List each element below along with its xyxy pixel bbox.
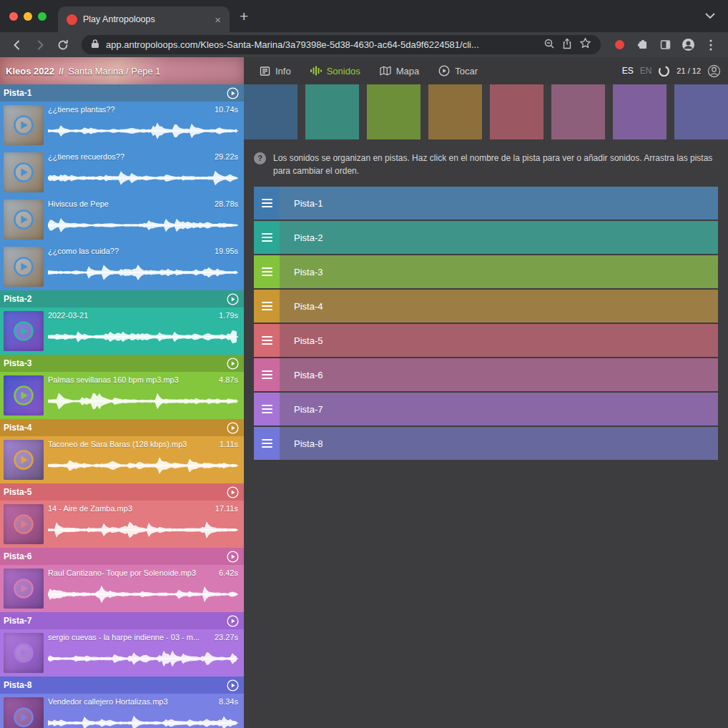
track-bar[interactable]: Pista-2	[254, 221, 718, 254]
lang-en-button[interactable]: EN	[640, 66, 652, 76]
track-color-swatch[interactable]	[613, 84, 666, 139]
share-icon[interactable]	[561, 38, 573, 52]
sound-play-icon[interactable]	[12, 706, 35, 728]
sound-play-icon[interactable]	[12, 577, 35, 600]
browser-menu-icon[interactable]	[701, 35, 721, 55]
track-play-icon[interactable]	[227, 486, 239, 498]
drag-handle-icon[interactable]	[254, 255, 280, 288]
close-window-button[interactable]	[9, 12, 18, 21]
track-color-swatch[interactable]	[428, 84, 482, 139]
sound-item[interactable]: sergio cuevas - la harpe indienne - 03 -…	[0, 629, 244, 677]
waveform[interactable]	[48, 258, 238, 287]
track-play-icon[interactable]	[227, 358, 239, 370]
waveform[interactable]	[48, 387, 238, 415]
track-color-swatch[interactable]	[674, 84, 728, 139]
track-color-swatch[interactable]	[490, 84, 543, 139]
track-play-icon[interactable]	[227, 87, 239, 99]
sound-play-icon[interactable]	[12, 114, 35, 137]
drag-handle-icon[interactable]	[254, 187, 280, 220]
waveform[interactable]	[48, 164, 238, 192]
track-bar[interactable]: Pista-3	[254, 255, 718, 288]
tab-mapa[interactable]: Mapa	[380, 66, 420, 77]
waveform[interactable]	[48, 516, 238, 544]
sound-play-icon[interactable]	[12, 513, 35, 536]
sound-item[interactable]: ¿¿tienes recuerdos??29.22s	[0, 149, 244, 196]
track-header[interactable]: Pista-8	[0, 677, 244, 694]
track-bar[interactable]: Pista-8	[254, 427, 718, 460]
sound-item[interactable]: Raul Cantizano- Toque por Solenoide.mp36…	[0, 565, 244, 612]
breadcrumb[interactable]: Kleos 2022 // Santa Marina / Pepe 1	[0, 57, 244, 84]
tab-info[interactable]: Info	[260, 66, 291, 77]
drag-handle-icon[interactable]	[254, 324, 280, 357]
back-button[interactable]	[7, 35, 27, 55]
track-bar[interactable]: Pista-1	[254, 187, 718, 220]
track-play-icon[interactable]	[227, 679, 239, 692]
sound-play-icon[interactable]	[12, 255, 35, 278]
track-color-swatch[interactable]	[367, 84, 420, 139]
sound-play-icon[interactable]	[12, 161, 35, 184]
sound-item[interactable]: ¿¿tienes plantas??10.74s	[0, 102, 244, 149]
waveform[interactable]	[48, 211, 238, 240]
browser-tab[interactable]: Play Antropoloops ×	[58, 6, 230, 32]
track-play-icon[interactable]	[227, 293, 239, 305]
track-header[interactable]: Pista-3	[0, 355, 244, 372]
sound-item[interactable]: Hiviscus de Pepe28.78s	[0, 196, 244, 243]
tab-search-chevron-icon[interactable]	[692, 0, 728, 32]
waveform[interactable]	[48, 451, 238, 480]
sound-play-icon[interactable]	[12, 320, 35, 343]
track-header[interactable]: Pista-4	[0, 419, 244, 436]
track-play-icon[interactable]	[227, 422, 239, 434]
extensions-puzzle-icon[interactable]	[632, 35, 652, 55]
new-tab-button[interactable]: +	[230, 0, 258, 32]
zoom-icon[interactable]	[543, 38, 555, 52]
bookmark-star-icon[interactable]	[579, 37, 591, 52]
breadcrumb-project[interactable]: Kleos 2022	[6, 66, 54, 77]
track-bar[interactable]: Pista-4	[254, 290, 718, 323]
track-header[interactable]: Pista-1	[0, 84, 244, 102]
sound-item[interactable]: Taconeo de Sara Baras (128 kbps).mp31.11…	[0, 436, 244, 483]
profile-avatar[interactable]	[678, 35, 698, 55]
tab-tocar[interactable]: Tocar	[438, 65, 478, 77]
sound-play-icon[interactable]	[12, 448, 35, 471]
track-color-swatch[interactable]	[244, 84, 297, 139]
waveform[interactable]	[48, 580, 238, 609]
sound-item[interactable]: Palmas sevillanas 160 bpm mp3.mp34.87s	[0, 372, 244, 419]
track-header[interactable]: Pista-6	[0, 548, 244, 565]
account-icon[interactable]	[707, 64, 721, 78]
track-header[interactable]: Pista-5	[0, 483, 244, 501]
sound-play-icon[interactable]	[12, 208, 35, 231]
address-bar[interactable]: app.antropoloops.com/Kleos-Santa-Marina/…	[82, 35, 601, 54]
track-bar[interactable]: Pista-6	[254, 358, 718, 391]
drag-handle-icon[interactable]	[254, 358, 280, 391]
sound-item[interactable]: 2022-03-211.79s	[0, 308, 244, 355]
track-bar[interactable]: Pista-5	[254, 324, 718, 357]
sound-play-icon[interactable]	[12, 384, 35, 407]
track-color-swatch[interactable]	[551, 84, 605, 139]
waveform[interactable]	[48, 709, 238, 728]
waveform[interactable]	[48, 117, 238, 145]
waveform[interactable]	[48, 323, 238, 351]
track-header[interactable]: Pista-7	[0, 612, 244, 629]
forward-button[interactable]	[30, 35, 50, 55]
track-header[interactable]: Pista-2	[0, 290, 244, 308]
side-panel-icon[interactable]	[655, 35, 675, 55]
waveform[interactable]	[48, 644, 238, 673]
sound-play-icon[interactable]	[12, 641, 35, 664]
drag-handle-icon[interactable]	[254, 290, 280, 323]
drag-handle-icon[interactable]	[254, 393, 280, 426]
track-play-icon[interactable]	[227, 615, 239, 627]
drag-handle-icon[interactable]	[254, 427, 280, 460]
reload-button[interactable]	[53, 35, 73, 55]
sound-item[interactable]: 14 - Aire de Zamba.mp317.11s	[0, 501, 244, 548]
track-bar[interactable]: Pista-7	[254, 393, 718, 426]
sound-item[interactable]: ¿¿como las cuida??19.95s	[0, 243, 244, 290]
extension-record-icon[interactable]	[609, 35, 629, 55]
track-play-icon[interactable]	[227, 551, 239, 563]
drag-handle-icon[interactable]	[254, 221, 280, 254]
tab-sonidos[interactable]: Sonidos	[310, 66, 360, 77]
tab-close-icon[interactable]: ×	[212, 14, 224, 25]
lang-es-button[interactable]: ES	[622, 66, 634, 76]
minimize-window-button[interactable]	[24, 12, 32, 21]
fullscreen-window-button[interactable]	[38, 12, 46, 21]
track-color-swatch[interactable]	[305, 84, 359, 139]
